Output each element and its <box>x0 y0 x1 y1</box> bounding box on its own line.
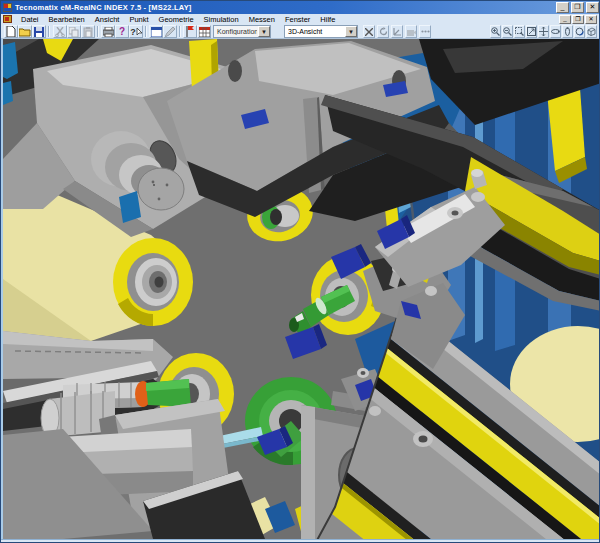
menu-ansicht[interactable]: Ansicht <box>90 15 125 24</box>
menu-geometrie[interactable]: Geometrie <box>154 15 199 24</box>
rotate-free-icon <box>575 27 584 36</box>
menu-simulation[interactable]: Simulation <box>199 15 244 24</box>
rotate-view-icon <box>379 27 388 36</box>
konfiguration-combo[interactable]: Konfiguration 1 ▼ <box>213 25 271 38</box>
edit-geometry-button[interactable] <box>163 25 177 38</box>
delete-view-icon <box>365 28 373 36</box>
document-icon[interactable] <box>3 15 12 23</box>
camera-view-button[interactable] <box>405 25 417 38</box>
maximize-button[interactable]: ❐ <box>571 2 584 13</box>
zoom-out-icon <box>503 27 512 36</box>
window-title: Tecnomatix eM-RealNC INDEX 7.5 - [MS22.L… <box>15 3 192 12</box>
menu-bar: Datei Bearbeiten Ansicht Punkt Geometrie… <box>1 14 600 24</box>
print-button[interactable] <box>101 25 115 38</box>
save-button[interactable] <box>32 25 46 38</box>
delete-view-button[interactable] <box>363 25 375 38</box>
perspective-icon <box>587 27 596 36</box>
status-bar <box>1 539 600 543</box>
zoom-in-icon <box>491 27 500 36</box>
copy-icon <box>69 27 79 37</box>
flag-icon <box>186 26 195 37</box>
axes-view-button[interactable] <box>391 25 403 38</box>
application-window: Tecnomatix eM-RealNC INDEX 7.5 - [MS22.L… <box>0 0 600 543</box>
svg-text:?: ? <box>119 26 125 37</box>
viewport-3d[interactable] <box>1 39 600 539</box>
zoom-window-button[interactable] <box>514 25 525 38</box>
view-navigation-toolbar <box>490 25 597 38</box>
zoom-fit-button[interactable] <box>526 25 537 38</box>
toolbar-separator <box>48 26 50 37</box>
help-icon: ? <box>117 26 127 37</box>
menu-hilfe[interactable]: Hilfe <box>315 15 340 24</box>
more-view-button[interactable] <box>419 25 431 38</box>
simulation-start-button[interactable] <box>183 25 197 38</box>
camera-icon <box>407 28 416 36</box>
rotate-x-icon <box>551 27 560 36</box>
toolbar-separator <box>145 26 147 37</box>
context-help-button[interactable]: ? <box>129 25 143 38</box>
pan-icon <box>539 27 548 36</box>
window-icon <box>151 27 162 37</box>
menu-datei[interactable]: Datei <box>16 15 44 24</box>
rotate-y-icon <box>563 27 572 36</box>
layout-window-button[interactable] <box>149 25 163 38</box>
pan-button[interactable] <box>538 25 549 38</box>
axes-icon <box>393 27 402 36</box>
open-file-button[interactable] <box>18 25 32 38</box>
zoom-window-icon <box>515 27 524 36</box>
view-combo[interactable]: 3D-Ansicht ▼ <box>284 25 358 38</box>
more-icon <box>421 30 430 33</box>
open-folder-icon <box>19 27 31 37</box>
title-bar[interactable]: Tecnomatix eM-RealNC INDEX 7.5 - [MS22.L… <box>1 1 600 14</box>
table-icon <box>199 27 210 37</box>
menu-messen[interactable]: Messen <box>244 15 280 24</box>
mdi-minimize-button[interactable]: _ <box>559 15 571 24</box>
rotate-y-button[interactable] <box>562 25 573 38</box>
paste-button[interactable] <box>81 25 95 38</box>
rotate-x-button[interactable] <box>550 25 561 38</box>
view-combo-value: 3D-Ansicht <box>285 28 344 35</box>
rotate-view-button[interactable] <box>377 25 389 38</box>
tool-table-button[interactable] <box>197 25 211 38</box>
toolbar-separator <box>179 26 181 37</box>
zoom-out-button[interactable] <box>502 25 513 38</box>
menu-bearbeiten[interactable]: Bearbeiten <box>44 15 90 24</box>
menu-punkt[interactable]: Punkt <box>124 15 153 24</box>
new-document-icon <box>6 26 16 37</box>
close-button[interactable]: ✕ <box>586 2 599 13</box>
save-icon <box>34 27 44 37</box>
mdi-restore-button[interactable]: ❐ <box>572 15 584 24</box>
zoom-fit-icon <box>527 27 536 36</box>
rotate-free-button[interactable] <box>574 25 585 38</box>
context-help-icon: ? <box>130 26 142 37</box>
cut-button[interactable] <box>53 25 67 38</box>
mdi-close-button[interactable]: ✕ <box>585 15 597 24</box>
zoom-in-button[interactable] <box>490 25 501 38</box>
app-icon <box>3 3 12 12</box>
help-button[interactable]: ? <box>115 25 129 38</box>
menu-fenster[interactable]: Fenster <box>280 15 315 24</box>
toolbar-separator <box>97 26 99 37</box>
minimize-button[interactable]: _ <box>556 2 569 13</box>
paste-icon <box>83 27 93 37</box>
print-icon <box>103 27 114 37</box>
chevron-down-icon[interactable]: ▼ <box>258 26 270 37</box>
cut-icon <box>55 27 65 37</box>
perspective-button[interactable] <box>586 25 597 38</box>
spindle-station <box>113 238 193 326</box>
konfiguration-combo-value: Konfiguration 1 <box>214 28 257 35</box>
copy-button[interactable] <box>67 25 81 38</box>
chevron-down-icon[interactable]: ▼ <box>345 26 357 37</box>
new-document-button[interactable] <box>4 25 18 38</box>
pencil-icon <box>165 27 175 37</box>
svg-text:?: ? <box>130 27 136 37</box>
